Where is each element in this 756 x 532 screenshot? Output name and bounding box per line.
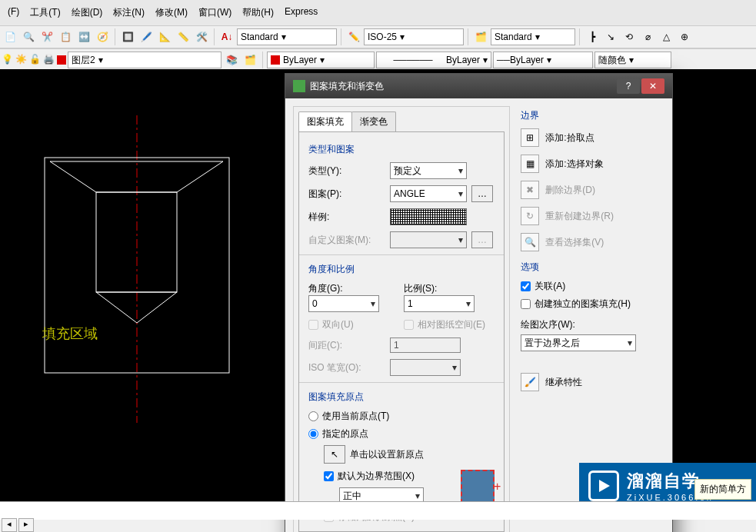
tool-icon[interactable]: 🔍 [20,28,37,45]
swatch-preview[interactable] [390,208,467,225]
origin-specified-radio[interactable]: 指定的原点 [308,427,495,441]
layer-tool-icon[interactable]: 📚 [223,52,240,68]
associative-checkbox[interactable]: 关联(A) [521,280,660,293]
tool-icon[interactable]: 📐 [156,28,173,45]
menu-help[interactable]: 帮助(H) [238,5,278,21]
color-dropdown[interactable]: ByLayer▾ [267,52,375,68]
close-button[interactable]: ✕ [641,78,664,94]
tool-icon[interactable]: 🔲 [119,28,136,45]
separator [299,254,504,255]
tool-icon[interactable]: ↔️ [75,28,92,45]
default-extent-checkbox[interactable]: 默认为边界范围(X) [324,470,438,483]
pattern-select[interactable]: ANGLE▾ [390,185,467,202]
menu-modify[interactable]: 修改(M) [151,5,192,21]
lightbulb-icon[interactable]: 💡 [2,54,14,66]
tool-icon[interactable]: 📏 [175,28,191,45]
origin-specified-label: 指定的原点 [322,427,368,441]
linetype-dropdown[interactable]: ────── ByLayer▾ [376,52,491,68]
pattern-label: 图案(P): [308,188,385,201]
dim-tool-icon[interactable]: ┣ [584,28,601,45]
table-style-icon[interactable]: 🗂️ [472,28,489,45]
menu-window[interactable]: 窗口(W) [194,5,236,21]
caret-icon: ▾ [458,165,463,176]
associative-label: 关联(A) [535,280,565,293]
toolbar-2: 💡 ☀️ 🔓 🖨️ 图层2▾ 📚 🗂️ ByLayer▾ ────── ByLa… [0,48,756,71]
group-origin-label: 图案填充原点 [308,391,495,404]
tab-hatch[interactable]: 图案填充 [298,111,352,131]
inherit-props-button[interactable]: 🖌️继承特性 [521,373,660,391]
menu-express[interactable]: Express [280,5,322,21]
command-line[interactable] [0,501,756,520]
dialog-left-panel: 图案填充 渐变色 类型和图案 类型(Y): 预定义▾ 图案(P): ANGLE▾… [293,106,510,532]
dim-tool-icon[interactable]: △ [658,28,674,45]
lineweight-dropdown[interactable]: ── ByLayer▾ [493,52,593,68]
set-origin-button[interactable]: ↖ [324,445,345,464]
table-style-dropdown[interactable]: Standard▾ [491,28,575,45]
tool-icon[interactable]: ✂️ [38,28,55,45]
type-select[interactable]: 预定义▾ [390,162,467,179]
menu-file[interactable]: (F) [3,5,24,21]
iso-width-label: ISO 笔宽(O): [308,361,385,374]
tool-icon[interactable]: 🧭 [94,28,111,45]
tool-icon[interactable]: 📄 [2,28,18,45]
separator [341,28,341,45]
add-select-button[interactable]: ▦添加:选择对象 [521,155,660,173]
draw-order-select[interactable]: 置于边界之后▾ [521,334,636,351]
layer-dropdown[interactable]: 图层2▾ [68,52,221,68]
paperspace-checkbox: 相对图纸空间(E) [404,318,495,331]
separate-hatch-checkbox[interactable]: 创建独立的图案填充(H) [521,298,660,311]
tool-icon[interactable]: 🖊️ [138,28,155,45]
scale-value: 1 [408,298,413,309]
recreate-boundary-button: ↻重新创建边界(R) [521,207,660,225]
separator [262,52,263,68]
pattern-browse-button[interactable]: … [471,185,493,202]
separator [468,28,468,45]
iso-width-select: ▾ [390,359,461,376]
remove-boundary-button: ✖删除边界(D) [521,181,660,199]
menu-draw[interactable]: 绘图(D) [67,5,108,21]
plotstyle-dropdown[interactable]: 随颜色▾ [594,52,671,68]
origin-current-radio[interactable]: 使用当前原点(T) [308,410,495,423]
type-label: 类型(Y): [308,165,385,178]
angle-select[interactable]: 0▾ [308,295,379,312]
caret-icon: ▾ [452,362,457,373]
spacing-label: 间距(C): [308,339,385,352]
dim-style-dropdown[interactable]: ISO-25▾ [364,28,464,45]
group-angle-label: 角度和比例 [308,263,495,276]
lineweight-value: ByLayer [510,55,544,65]
color-swatch-icon[interactable] [57,55,66,65]
boundary-title: 边界 [521,109,660,122]
text-style-icon[interactable]: A↓ [218,28,235,45]
layer-tool-icon[interactable]: 🗂️ [241,52,258,68]
separate-label: 创建独立的图案填充(H) [535,298,631,311]
dim-tool-icon[interactable]: ⌀ [639,28,656,45]
dim-style-icon[interactable]: ✏️ [345,28,362,45]
help-button[interactable]: ? [617,78,640,94]
caret-icon: ▾ [320,55,325,65]
menu-tools[interactable]: 工具(T) [25,5,65,21]
dialog-titlebar[interactable]: 图案填充和渐变色 ? ✕ [285,74,672,98]
add-pickpoint-button[interactable]: ⊞添加:拾取点 [521,128,660,147]
tool-icon[interactable]: 📋 [57,28,74,45]
tool-icon[interactable]: 🛠️ [193,28,210,45]
color-value: ByLayer [283,55,317,65]
dialog-icon [293,80,305,92]
scale-select[interactable]: 1▾ [404,295,475,312]
recreate-label: 重新创建边界(R) [545,210,614,223]
layout-tab[interactable]: ◂ [2,518,17,532]
lock-icon[interactable]: 🔓 [29,54,42,66]
caret-icon: ▾ [483,55,488,65]
caret-icon: ▾ [98,55,103,65]
menu-dimension[interactable]: 标注(N) [108,5,149,21]
plot-icon[interactable]: 🖨️ [43,54,55,66]
sun-icon[interactable]: ☀️ [15,54,28,66]
scale-label: 比例(S): [404,282,495,295]
dim-tool-icon[interactable]: ⊕ [676,28,693,45]
tab-gradient[interactable]: 渐变色 [351,111,396,131]
caret-icon: ▾ [629,55,634,65]
dim-tool-icon[interactable]: ↘ [602,28,619,45]
status-tooltip: 新的简单方 [694,479,751,500]
text-style-dropdown[interactable]: Standard▾ [237,28,337,45]
layout-tab[interactable]: ▸ [18,518,34,532]
dim-tool-icon[interactable]: ⟲ [621,28,638,45]
